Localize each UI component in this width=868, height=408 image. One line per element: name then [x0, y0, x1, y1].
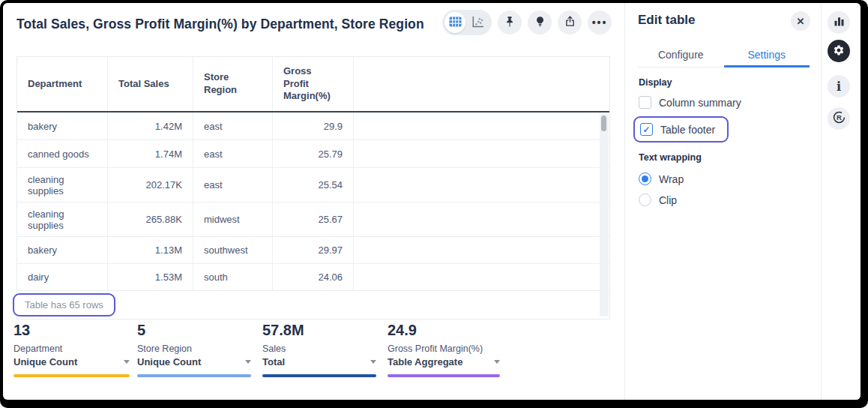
cell-total-sales[interactable]: 1.74M	[108, 140, 193, 167]
radio-selected-icon[interactable]	[639, 172, 651, 185]
cell-store-region[interactable]: southwest	[193, 237, 273, 263]
chevron-down-icon	[370, 360, 376, 364]
wrap-radio-row[interactable]: Wrap	[639, 172, 684, 185]
chevron-down-icon	[124, 360, 130, 364]
cell-department[interactable]: canned goods	[17, 140, 108, 167]
cell-department[interactable]: cleaning supplies	[17, 168, 108, 202]
cell-department[interactable]: cleaning supplies	[17, 202, 108, 236]
clip-radio-row[interactable]: Clip	[639, 194, 677, 206]
gear-icon	[833, 44, 845, 58]
cell-total-sales[interactable]: 1.53M	[108, 264, 193, 290]
side-icon-rail: i R	[821, 3, 861, 400]
cell-total-sales[interactable]: 202.17K	[108, 168, 193, 202]
cell-department[interactable]: bakery	[17, 237, 108, 263]
viz-table-button[interactable]	[444, 12, 465, 33]
table-scrollbar[interactable]	[600, 114, 609, 316]
table-header-row: Department Total Sales Store Region Gros…	[17, 57, 609, 112]
stat-underline	[137, 374, 251, 377]
settings-button[interactable]	[828, 40, 850, 62]
chevron-down-icon	[245, 360, 251, 364]
stat-aggregation-label: Unique Count	[13, 356, 77, 368]
stat-name: Sales	[262, 344, 376, 354]
cell-total-sales[interactable]: 1.42M	[108, 112, 193, 140]
more-button[interactable]: •••	[588, 10, 612, 34]
stat-department: 13 Department Unique Count	[13, 322, 130, 377]
cell-department[interactable]: bakery	[17, 112, 108, 140]
cell-department[interactable]: dairy	[17, 264, 108, 290]
cell-gross-profit-margin[interactable]: 24.06	[273, 264, 354, 290]
visualization-button[interactable]	[828, 11, 850, 34]
stat-aggregation-dropdown[interactable]: Unique Count	[13, 356, 130, 368]
checkbox-checked-icon[interactable]: ✓	[640, 123, 653, 136]
column-summary-label: Column summary	[659, 97, 741, 109]
stat-name: Department	[13, 344, 130, 354]
display-section-label: Display	[639, 77, 672, 88]
stat-value: 24.9	[388, 322, 500, 339]
cell-empty	[354, 202, 609, 236]
viz-chart-button[interactable]	[467, 12, 488, 33]
table-row: bakery 1.13M southwest 29.97	[17, 237, 609, 264]
table-row: cleaning supplies 202.17K east 25.54	[17, 168, 609, 202]
screenshot-frame: Total Sales, Gross Profit Margin(%) by D…	[0, 0, 868, 408]
close-button[interactable]: ✕	[791, 11, 810, 31]
column-header-total-sales[interactable]: Total Sales	[108, 57, 193, 111]
stat-underline	[262, 374, 376, 377]
pin-icon	[504, 16, 516, 30]
cell-empty	[354, 112, 609, 140]
stat-store-region: 5 Store Region Unique Count	[137, 322, 251, 377]
cell-store-region[interactable]: east	[193, 112, 273, 140]
radio-unselected-icon[interactable]	[639, 194, 651, 206]
ellipsis-icon: •••	[592, 16, 608, 28]
r-mark-icon: R	[832, 110, 846, 127]
cell-gross-profit-margin[interactable]: 29.97	[273, 237, 354, 263]
insights-button[interactable]	[528, 10, 552, 34]
clip-label: Clip	[659, 194, 677, 206]
table-footer-checkbox-row[interactable]: ✓ Table footer	[633, 116, 729, 142]
cell-store-region[interactable]: midwest	[193, 202, 273, 236]
cell-gross-profit-margin[interactable]: 29.9	[273, 112, 354, 140]
cell-gross-profit-margin[interactable]: 25.67	[273, 202, 354, 236]
info-icon: i	[837, 80, 841, 94]
bar-chart-icon	[834, 16, 845, 29]
cell-gross-profit-margin[interactable]: 25.79	[273, 140, 354, 167]
scrollbar-thumb[interactable]	[601, 116, 606, 131]
r-mark-button[interactable]: R	[828, 107, 850, 130]
cell-empty	[354, 140, 609, 167]
column-summary-checkbox-row[interactable]: Column summary	[639, 96, 741, 109]
column-header-department[interactable]: Department	[17, 57, 108, 111]
panel-title: Edit table	[638, 13, 696, 28]
table-footer-label: Table footer	[660, 124, 715, 136]
app-window: Total Sales, Gross Profit Margin(%) by D…	[3, 3, 861, 400]
tab-settings[interactable]: Settings	[724, 42, 810, 67]
chevron-down-icon	[494, 360, 500, 364]
close-icon: ✕	[797, 16, 805, 27]
viz-toggle[interactable]	[442, 10, 492, 35]
checkbox-unchecked-icon[interactable]	[639, 96, 651, 109]
stat-aggregation-dropdown[interactable]: Unique Count	[137, 356, 251, 368]
table-row: canned goods 1.74M east 25.79	[17, 140, 609, 168]
panel-tabs: Configure Settings	[638, 42, 810, 68]
stat-aggregation-dropdown[interactable]: Total	[262, 356, 376, 368]
svg-text:R: R	[837, 113, 842, 122]
cell-gross-profit-margin[interactable]: 25.54	[273, 168, 354, 202]
stat-aggregation-dropdown[interactable]: Table Aggregate	[388, 356, 500, 368]
table-row: bakery 1.42M east 29.9	[17, 112, 609, 140]
share-icon	[564, 15, 576, 30]
share-button[interactable]	[558, 10, 582, 34]
stat-aggregation-label: Unique Count	[137, 356, 201, 368]
stat-aggregation-label: Table Aggregate	[388, 356, 462, 368]
stat-gross-profit-margin: 24.9 Gross Profit Margin(%) Table Aggreg…	[388, 322, 500, 377]
cell-store-region[interactable]: east	[193, 168, 273, 202]
stat-sales: 57.8M Sales Total	[262, 322, 376, 377]
tab-configure[interactable]: Configure	[638, 42, 724, 67]
cell-store-region[interactable]: south	[193, 264, 273, 290]
column-header-store-region[interactable]: Store Region	[193, 57, 273, 111]
stat-value: 13	[13, 322, 130, 339]
cell-total-sales[interactable]: 1.13M	[108, 237, 193, 263]
cell-empty	[354, 168, 609, 202]
cell-total-sales[interactable]: 265.88K	[108, 202, 193, 236]
column-header-gross-profit-margin[interactable]: Gross Profit Margin(%)	[273, 57, 354, 111]
pin-button[interactable]	[498, 10, 522, 34]
cell-store-region[interactable]: east	[193, 140, 273, 167]
info-button[interactable]: i	[828, 75, 850, 98]
